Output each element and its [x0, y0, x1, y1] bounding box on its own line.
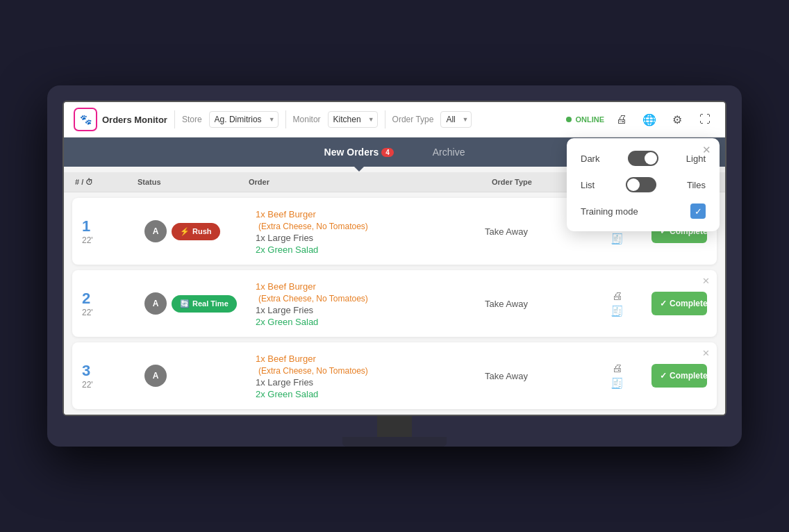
monitor-label: Monitor: [293, 115, 321, 124]
globe-icon-btn[interactable]: 🌐: [639, 109, 660, 130]
logo-wrap: 🐾 Orders Monitor: [74, 108, 167, 131]
list-tiles-row: List Tiles: [581, 177, 706, 192]
tab-archive-label: Archive: [433, 147, 465, 158]
settings-icon-btn[interactable]: ⚙: [667, 109, 688, 130]
order-2-items: 1x Beef Burger (Extra Cheese, No Tomatoe…: [256, 280, 485, 327]
order-2-time: 22': [82, 308, 144, 317]
online-badge: ONLINE: [566, 115, 604, 124]
navbar: 🐾 Orders Monitor Store Ag. Dimitrios ▼ M…: [64, 102, 725, 138]
order-2-item-1: 1x Beef Burger: [256, 280, 485, 292]
order-row-2: 2 22' A 🔄 Real Time 1x Beef Burger (Extr…: [72, 270, 717, 337]
order-3-type: Take Away: [485, 371, 582, 381]
nav-divider-2: [285, 110, 286, 128]
complete-btn-3[interactable]: ✓ Complete: [651, 364, 707, 388]
printer-icon-3[interactable]: 🖨: [612, 362, 622, 374]
receipt-icon-2[interactable]: 🧾: [611, 305, 624, 317]
order-3-item-2: 1x Large Fries: [256, 377, 485, 388]
dropdown-close-btn[interactable]: ✕: [702, 144, 711, 156]
order-1-item-sub: (Extra Cheese, No Tomatoes): [256, 222, 485, 231]
order-2-status-label: Real Time: [192, 299, 229, 308]
training-mode-row: Training mode ✓: [581, 203, 706, 219]
order-2-item-sub: (Extra Cheese, No Tomatoes): [256, 294, 485, 304]
order-3-icons: 🖨 🧾: [582, 362, 651, 390]
order-3-number: 3: [82, 362, 144, 380]
toggle-track-list-tiles[interactable]: [626, 177, 656, 192]
order-2-num-col: 2 22': [82, 290, 144, 317]
order-2-type: Take Away: [485, 299, 582, 309]
order-2-item-2: 1x Large Fries: [256, 305, 485, 315]
toggle-thumb-dark-light: [645, 152, 657, 165]
order-type-select-wrap[interactable]: All ▼: [440, 111, 472, 128]
close-btn-2[interactable]: ✕: [702, 276, 710, 286]
training-mode-checkbox[interactable]: ✓: [690, 203, 706, 219]
monitor-select-wrap[interactable]: Kitchen ▼: [328, 111, 378, 128]
order-1-item-1: 1x Beef Burger: [256, 208, 485, 220]
complete-label-2: Complete: [670, 299, 708, 308]
order-type-select[interactable]: All: [440, 111, 472, 128]
order-3-item-sub: (Extra Cheese, No Tomatoes): [256, 366, 485, 376]
order-row-3: 3 22' A 1x Beef Burger (Extra Cheese, No…: [72, 342, 717, 409]
toggle-track-dark-light[interactable]: [628, 151, 658, 166]
store-label: Store: [182, 115, 202, 124]
nav-divider-3: [385, 110, 385, 128]
dark-light-row: Dark Light: [581, 151, 706, 166]
col-header-status: Status: [138, 178, 249, 186]
complete-btn-2[interactable]: ✓ Complete: [651, 292, 707, 315]
list-tiles-toggle[interactable]: [626, 177, 656, 192]
monitor-stand: [63, 416, 726, 447]
order-2-item-3: 2x Green Salad: [256, 317, 485, 327]
order-1-rush-btn[interactable]: ⚡ Rush: [172, 223, 220, 240]
print-icon-btn[interactable]: 🖨: [611, 109, 632, 130]
order-3-time: 22': [82, 380, 144, 390]
settings-dropdown: ✕ Dark Light List: [567, 138, 720, 231]
order-1-status-col: A ⚡ Rush: [144, 220, 256, 242]
fullscreen-icon-btn[interactable]: ⛶: [695, 109, 715, 130]
logo-icon: 🐾: [74, 108, 97, 131]
realtime-icon: 🔄: [180, 299, 190, 308]
order-2-status-col: A 🔄 Real Time: [144, 292, 256, 315]
order-2-avatar: A: [144, 292, 167, 315]
order-3-num-col: 3 22': [82, 362, 144, 390]
tab-new-orders-badge: 4: [381, 148, 394, 157]
order-3-item-1: 1x Beef Burger: [256, 352, 485, 365]
dark-label: Dark: [581, 153, 599, 164]
dark-light-toggle[interactable]: [628, 151, 658, 166]
order-3-item-3: 2x Green Salad: [256, 389, 485, 399]
col-header-order: Order: [249, 178, 492, 186]
list-label: List: [581, 180, 595, 190]
complete-check-3: ✓: [660, 371, 667, 381]
receipt-icon-3[interactable]: 🧾: [611, 377, 624, 390]
tab-archive[interactable]: Archive: [413, 138, 485, 167]
store-select-wrap[interactable]: Ag. Dimitrios ▼: [209, 111, 279, 128]
order-1-number: 1: [82, 217, 144, 235]
order-3-status-col: A: [144, 365, 256, 387]
order-1-items: 1x Beef Burger (Extra Cheese, No Tomatoe…: [256, 208, 485, 255]
tiles-label: Tiles: [687, 180, 706, 190]
tab-active-indicator: [354, 166, 365, 172]
store-select[interactable]: Ag. Dimitrios: [209, 111, 279, 128]
order-2-realtime-btn[interactable]: 🔄 Real Time: [172, 295, 237, 313]
order-1-status-label: Rush: [192, 227, 212, 235]
order-type-label: Order Type: [392, 115, 434, 124]
rush-icon: ⚡: [180, 227, 190, 236]
close-btn-3[interactable]: ✕: [702, 348, 710, 358]
receipt-icon-1[interactable]: 🧾: [611, 233, 624, 245]
training-mode-label: Training mode: [581, 206, 638, 217]
order-2-icons: 🖨 🧾: [582, 290, 651, 317]
tab-new-orders[interactable]: New Orders 4: [305, 138, 413, 167]
order-2-number: 2: [82, 290, 144, 308]
printer-icon-2[interactable]: 🖨: [612, 290, 622, 301]
tab-new-orders-label: New Orders: [324, 147, 379, 158]
col-header-num: # / ⏱: [75, 178, 138, 186]
online-dot: [566, 117, 572, 122]
order-1-time: 22': [82, 235, 144, 245]
toggle-thumb-list-tiles: [627, 178, 640, 191]
order-1-avatar: A: [144, 220, 167, 242]
complete-label-3: Complete: [670, 371, 708, 381]
complete-check-2: ✓: [660, 299, 667, 308]
order-3-items: 1x Beef Burger (Extra Cheese, No Tomatoe…: [256, 352, 485, 399]
app-title: Orders Monitor: [102, 115, 167, 125]
nav-divider-1: [174, 110, 175, 128]
monitor-select[interactable]: Kitchen: [328, 111, 378, 128]
online-label: ONLINE: [575, 115, 604, 124]
